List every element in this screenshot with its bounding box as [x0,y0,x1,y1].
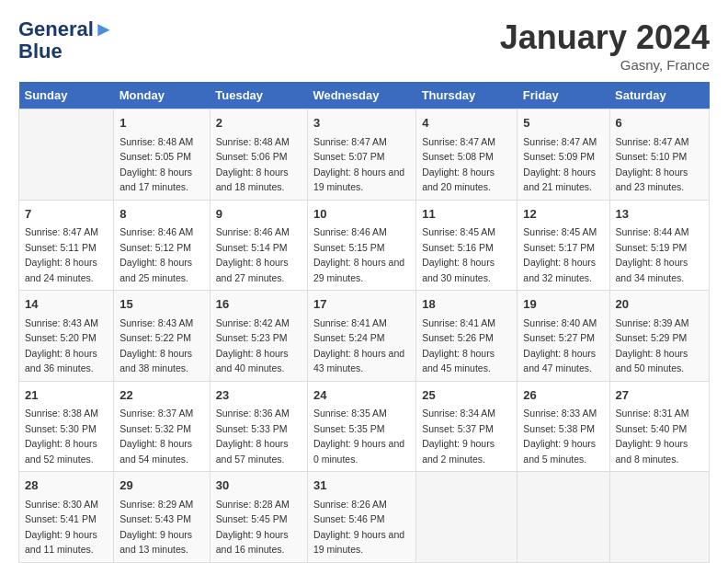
day-number: 20 [616,295,704,314]
day-info: Sunrise: 8:47 AMSunset: 5:10 PMDaylight:… [616,136,689,193]
day-info: Sunrise: 8:46 AMSunset: 5:12 PMDaylight:… [119,226,193,283]
month-title: January 2024 [500,18,710,57]
day-number: 19 [523,295,603,314]
day-info: Sunrise: 8:28 AMSunset: 5:45 PMDaylight:… [216,499,290,556]
calendar-table: SundayMondayTuesdayWednesdayThursdayFrid… [18,82,710,563]
weekday-header-wednesday: Wednesday [307,82,415,109]
day-info: Sunrise: 8:48 AMSunset: 5:06 PMDaylight:… [216,136,290,193]
day-info: Sunrise: 8:42 AMSunset: 5:23 PMDaylight:… [216,317,290,374]
calendar-week-3: 14 Sunrise: 8:43 AMSunset: 5:20 PMDaylig… [19,291,710,382]
weekday-header-row: SundayMondayTuesdayWednesdayThursdayFrid… [19,82,710,109]
day-info: Sunrise: 8:38 AMSunset: 5:30 PMDaylight:… [25,408,98,465]
day-info: Sunrise: 8:34 AMSunset: 5:37 PMDaylight:… [422,408,495,465]
calendar-cell: 21 Sunrise: 8:38 AMSunset: 5:30 PMDaylig… [19,381,114,472]
day-number: 24 [313,386,410,405]
calendar-cell: 28 Sunrise: 8:30 AMSunset: 5:41 PMDaylig… [19,472,114,563]
day-info: Sunrise: 8:26 AMSunset: 5:46 PMDaylight:… [313,499,404,556]
calendar-cell: 31 Sunrise: 8:26 AMSunset: 5:46 PMDaylig… [307,472,415,563]
day-info: Sunrise: 8:45 AMSunset: 5:16 PMDaylight:… [422,226,495,283]
logo-text: General►Blue [18,18,114,63]
day-info: Sunrise: 8:47 AMSunset: 5:09 PMDaylight:… [523,136,597,193]
day-info: Sunrise: 8:46 AMSunset: 5:15 PMDaylight:… [313,226,404,283]
day-number: 30 [216,477,301,495]
calendar-cell: 22 Sunrise: 8:37 AMSunset: 5:32 PMDaylig… [114,381,210,472]
day-info: Sunrise: 8:45 AMSunset: 5:17 PMDaylight:… [523,226,597,283]
calendar-cell [19,109,114,201]
calendar-cell: 23 Sunrise: 8:36 AMSunset: 5:33 PMDaylig… [210,381,307,472]
day-info: Sunrise: 8:41 AMSunset: 5:26 PMDaylight:… [422,317,495,374]
day-info: Sunrise: 8:40 AMSunset: 5:27 PMDaylight:… [523,317,597,374]
day-number: 23 [216,386,301,405]
calendar-cell: 10 Sunrise: 8:46 AMSunset: 5:15 PMDaylig… [307,200,415,291]
calendar-cell: 15 Sunrise: 8:43 AMSunset: 5:22 PMDaylig… [114,291,210,382]
day-number: 5 [523,114,603,132]
day-info: Sunrise: 8:29 AMSunset: 5:43 PMDaylight:… [119,499,193,556]
calendar-cell: 18 Sunrise: 8:41 AMSunset: 5:26 PMDaylig… [416,291,518,382]
day-number: 11 [422,205,511,224]
calendar-cell: 12 Sunrise: 8:45 AMSunset: 5:17 PMDaylig… [518,200,609,291]
day-number: 21 [25,386,108,405]
day-info: Sunrise: 8:43 AMSunset: 5:22 PMDaylight:… [119,317,193,374]
day-info: Sunrise: 8:36 AMSunset: 5:33 PMDaylight:… [216,408,290,465]
calendar-cell: 14 Sunrise: 8:43 AMSunset: 5:20 PMDaylig… [19,291,114,382]
day-number: 6 [616,114,704,132]
calendar-cell: 16 Sunrise: 8:42 AMSunset: 5:23 PMDaylig… [210,291,307,382]
calendar-cell: 5 Sunrise: 8:47 AMSunset: 5:09 PMDayligh… [518,109,609,201]
day-number: 16 [216,295,301,314]
day-number: 3 [313,114,410,132]
calendar-cell: 29 Sunrise: 8:29 AMSunset: 5:43 PMDaylig… [114,472,210,563]
day-number: 1 [119,114,204,132]
page-header: General►Blue January 2024 Gasny, France [18,18,710,73]
day-info: Sunrise: 8:46 AMSunset: 5:14 PMDaylight:… [216,226,290,283]
weekday-header-monday: Monday [114,82,210,109]
day-number: 15 [119,295,204,314]
calendar-cell [609,472,710,563]
logo: General►Blue [18,18,114,63]
weekday-header-saturday: Saturday [609,82,710,109]
calendar-cell: 17 Sunrise: 8:41 AMSunset: 5:24 PMDaylig… [307,291,415,382]
day-number: 29 [119,477,204,495]
weekday-header-thursday: Thursday [416,82,518,109]
calendar-cell: 6 Sunrise: 8:47 AMSunset: 5:10 PMDayligh… [609,109,710,201]
day-number: 31 [313,477,410,495]
day-number: 26 [523,386,603,405]
location: Gasny, France [500,57,710,73]
calendar-cell: 19 Sunrise: 8:40 AMSunset: 5:27 PMDaylig… [518,291,609,382]
day-info: Sunrise: 8:43 AMSunset: 5:20 PMDaylight:… [25,317,98,374]
day-number: 17 [313,295,410,314]
day-number: 18 [422,295,511,314]
day-info: Sunrise: 8:47 AMSunset: 5:08 PMDaylight:… [422,136,495,193]
day-number: 27 [616,386,704,405]
day-number: 2 [216,114,301,132]
day-info: Sunrise: 8:37 AMSunset: 5:32 PMDaylight:… [119,408,193,465]
weekday-header-friday: Friday [518,82,609,109]
day-number: 13 [616,205,704,224]
calendar-cell: 8 Sunrise: 8:46 AMSunset: 5:12 PMDayligh… [114,200,210,291]
day-info: Sunrise: 8:30 AMSunset: 5:41 PMDaylight:… [25,499,98,556]
calendar-cell: 4 Sunrise: 8:47 AMSunset: 5:08 PMDayligh… [416,109,518,201]
calendar-cell: 7 Sunrise: 8:47 AMSunset: 5:11 PMDayligh… [19,200,114,291]
day-number: 8 [119,205,204,224]
day-info: Sunrise: 8:35 AMSunset: 5:35 PMDaylight:… [313,408,404,465]
day-number: 9 [216,205,301,224]
day-number: 10 [313,205,410,224]
calendar-cell: 11 Sunrise: 8:45 AMSunset: 5:16 PMDaylig… [416,200,518,291]
calendar-cell [416,472,518,563]
calendar-cell: 20 Sunrise: 8:39 AMSunset: 5:29 PMDaylig… [609,291,710,382]
day-info: Sunrise: 8:47 AMSunset: 5:11 PMDaylight:… [25,226,98,283]
calendar-week-1: 1 Sunrise: 8:48 AMSunset: 5:05 PMDayligh… [19,109,710,201]
day-number: 22 [119,386,204,405]
day-info: Sunrise: 8:41 AMSunset: 5:24 PMDaylight:… [313,317,404,374]
day-info: Sunrise: 8:33 AMSunset: 5:38 PMDaylight:… [523,408,597,465]
calendar-cell: 26 Sunrise: 8:33 AMSunset: 5:38 PMDaylig… [518,381,609,472]
day-number: 12 [523,205,603,224]
calendar-week-4: 21 Sunrise: 8:38 AMSunset: 5:30 PMDaylig… [19,381,710,472]
day-info: Sunrise: 8:44 AMSunset: 5:19 PMDaylight:… [616,226,689,283]
calendar-cell: 30 Sunrise: 8:28 AMSunset: 5:45 PMDaylig… [210,472,307,563]
weekday-header-tuesday: Tuesday [210,82,307,109]
weekday-header-sunday: Sunday [19,82,114,109]
day-number: 7 [25,205,108,224]
calendar-cell: 2 Sunrise: 8:48 AMSunset: 5:06 PMDayligh… [210,109,307,201]
day-info: Sunrise: 8:31 AMSunset: 5:40 PMDaylight:… [616,408,689,465]
day-number: 14 [25,295,108,314]
